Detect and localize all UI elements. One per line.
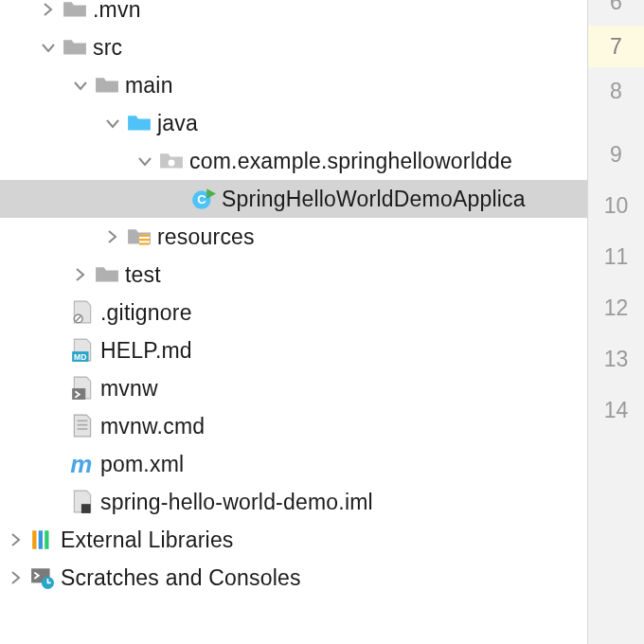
folder-icon <box>63 0 87 22</box>
tree-item-label: .gitignore <box>100 300 192 326</box>
tree-item-package[interactable]: com.example.springhelloworldde <box>0 142 587 180</box>
tree-item-label: pom.xml <box>100 452 184 477</box>
chevron-right-icon[interactable] <box>6 567 27 588</box>
line-number: 11 <box>588 236 644 277</box>
chevron-right-icon[interactable] <box>102 226 123 247</box>
tree-item-mvnw[interactable]: mvnw <box>0 369 587 407</box>
line-number: 6 <box>588 0 644 23</box>
tree-item-helpmd[interactable]: HELP.md <box>0 331 587 369</box>
tree-item-pom[interactable]: pom.xml <box>0 445 587 483</box>
source-folder-icon <box>127 111 152 135</box>
package-icon <box>159 149 184 173</box>
tree-item-application-class[interactable]: SpringHelloWorldDemoApplica <box>0 180 587 218</box>
scratches-icon <box>30 565 55 590</box>
library-icon <box>30 528 55 552</box>
tree-item-label: resources <box>157 224 255 250</box>
chevron-right-icon[interactable] <box>70 264 91 285</box>
line-number: 14 <box>588 389 644 431</box>
tree-item-label: spring-hello-world-demo.iml <box>100 490 373 515</box>
chevron-down-icon[interactable] <box>38 37 59 58</box>
line-number: 8 <box>588 70 644 112</box>
java-class-runnable-icon <box>191 187 216 211</box>
chevron-down-icon[interactable] <box>134 151 155 171</box>
text-file-icon <box>70 414 95 438</box>
tree-item-mvnwcmd[interactable]: mvnw.cmd <box>0 407 587 445</box>
tree-item-java[interactable]: java <box>0 104 587 142</box>
resources-folder-icon <box>127 224 152 249</box>
chevron-right-icon[interactable] <box>6 529 27 550</box>
line-number: 9 <box>588 134 644 175</box>
folder-icon <box>95 262 119 287</box>
maven-file-icon <box>70 452 95 476</box>
shell-file-icon <box>70 376 95 401</box>
tree-item-label: test <box>125 262 161 288</box>
gitignore-file-icon <box>70 300 95 325</box>
tree-item-label: SpringHelloWorldDemoApplica <box>222 187 526 212</box>
chevron-down-icon[interactable] <box>102 113 123 134</box>
tree-item-label: mvnw <box>100 376 158 402</box>
tree-item-label: HELP.md <box>100 338 192 364</box>
folder-icon <box>63 35 87 60</box>
project-tree[interactable]: .mvn src main java com.example.springhel… <box>0 0 587 597</box>
markdown-file-icon <box>70 338 95 363</box>
tree-item-iml[interactable]: spring-hello-world-demo.iml <box>0 483 587 521</box>
tree-item-main[interactable]: main <box>0 66 587 104</box>
folder-icon <box>95 73 119 98</box>
tree-item-label: mvnw.cmd <box>100 414 205 439</box>
chevron-down-icon[interactable] <box>70 75 91 96</box>
tree-item-gitignore[interactable]: .gitignore <box>0 294 587 331</box>
tree-item-test[interactable]: test <box>0 256 587 294</box>
tree-item-external-libraries[interactable]: External Libraries <box>0 521 587 559</box>
tree-item-label: java <box>157 111 198 136</box>
tree-item-resources[interactable]: resources <box>0 218 587 256</box>
tree-item-src[interactable]: src <box>0 28 587 66</box>
line-number-current: 7 <box>588 26 644 67</box>
line-number: 13 <box>588 338 644 380</box>
editor-gutter: 6 7 8 9 10 11 12 13 14 <box>588 0 644 644</box>
tree-item-label: com.example.springhelloworldde <box>189 149 512 174</box>
line-number: 12 <box>588 287 644 329</box>
module-file-icon <box>70 490 95 514</box>
tree-item-label: Scratches and Consoles <box>61 565 301 591</box>
tree-item-mvn[interactable]: .mvn <box>0 0 587 28</box>
tree-item-label: External Libraries <box>61 528 234 553</box>
line-number: 10 <box>588 185 644 226</box>
tree-item-label: main <box>125 73 173 98</box>
tree-item-scratches[interactable]: Scratches and Consoles <box>0 559 587 597</box>
chevron-right-icon[interactable] <box>38 0 59 20</box>
tree-item-label: src <box>93 35 122 61</box>
tree-item-label: .mvn <box>93 0 141 23</box>
